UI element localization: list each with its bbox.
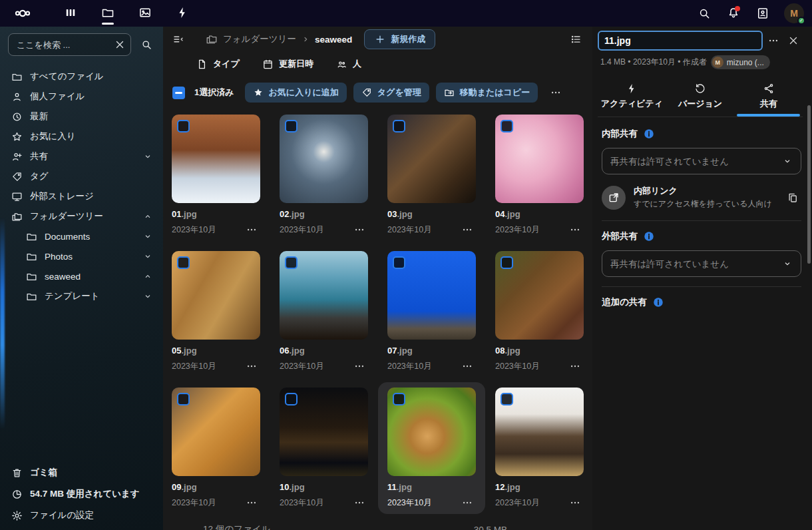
filename-input[interactable] [598,31,763,51]
unified-search-button[interactable]: .f{fill:currentColor;stroke:none} [692,1,716,25]
sidebar-item-folder-documents[interactable]: .f{fill:currentColor;stroke:none} Docume… [3,226,160,246]
chevron-icon[interactable]: .f{fill:currentColor;stroke:none} [140,209,155,224]
file-actions-button[interactable]: .f{fill:currentColor;stroke:none} [351,495,368,510]
file-actions-button[interactable]: .f{fill:currentColor;stroke:none} [243,359,260,374]
nextcloud-logo-icon[interactable] [7,5,39,22]
sidebar-item-folder-tree[interactable]: .f{fill:currentColor;stroke:none} フォルダーツ… [3,206,160,226]
file-thumbnail[interactable] [495,115,584,203]
file-actions-button[interactable]: .f{fill:currentColor;stroke:none} [351,222,368,237]
file-actions-button[interactable]: .f{fill:currentColor;stroke:none} [243,222,260,237]
file-thumbnail[interactable] [387,251,476,340]
file-thumbnail[interactable] [280,251,368,340]
action-move-button[interactable]: .f{fill:currentColor;stroke:none}移動またはコピ… [436,83,538,103]
action-tags-button[interactable]: .f{fill:currentColor;stroke:none}タグを管理 [353,83,429,103]
copy-link-button[interactable]: .f{fill:currentColor;stroke:none} [784,189,801,206]
sidebar-item-tags[interactable]: .f{fill:currentColor;stroke:none} タグ [3,166,160,186]
chevron-icon[interactable]: .f{fill:currentColor;stroke:none} [140,229,155,244]
file-thumbnail[interactable] [495,251,584,340]
file-actions-button[interactable]: .f{fill:currentColor;stroke:none} [566,222,584,237]
filter-people-button[interactable]: .f{fill:currentColor;stroke:none}人 [329,55,368,73]
file-checkbox[interactable] [393,120,405,132]
file-thumbnail[interactable] [172,115,260,203]
info-icon[interactable]: .f{fill:currentColor;stroke:none} [643,230,655,242]
select-all-checkbox[interactable] [172,87,185,99]
file-card-10[interactable]: 10.jpg 2023年10月 .f{fill:currentColor;str… [280,388,368,510]
collapse-sidebar-button[interactable]: .f{fill:currentColor;stroke:none} [167,28,190,51]
file-checkbox[interactable] [501,256,513,269]
file-card-04[interactable]: 04.jpg 2023年10月 .f{fill:currentColor;str… [495,115,584,237]
internal-share-input[interactable] [610,156,777,166]
internal-share-dropdown-button[interactable]: .f{fill:currentColor;stroke:none} [777,150,798,172]
file-thumbnail[interactable] [172,388,260,476]
sidebar-item-folder-templates[interactable]: .f{fill:currentColor;stroke:none} テンプレート… [3,286,160,306]
file-checkbox[interactable] [285,120,298,132]
owner-badge[interactable]: M mizuno (... [711,55,770,69]
scrollbar-thumb[interactable] [807,105,811,264]
chevron-icon[interactable]: .f{fill:currentColor;stroke:none} [140,149,155,164]
search-submit-button[interactable]: .f{fill:currentColor;stroke:none} [135,33,158,56]
tab-sharing[interactable]: .f{fill:currentColor;stroke:none}共有 [734,79,803,117]
file-thumbnail[interactable] [387,388,476,476]
file-checkbox[interactable] [177,120,190,132]
chevron-icon[interactable]: .f{fill:currentColor;stroke:none} [140,249,155,264]
breadcrumb-current[interactable]: seaweed [315,35,352,45]
sidebar-item-trash[interactable]: .f{fill:currentColor;stroke:none} ゴミ箱 [3,462,160,483]
file-thumbnail[interactable] [280,115,368,203]
details-more-button[interactable]: .f{fill:currentColor;stroke:none} [764,31,783,50]
app-photos-button[interactable]: .f{fill:currentColor;stroke:none} [132,0,158,27]
sidebar-item-personal-files[interactable]: .f{fill:currentColor;stroke:none} 個人ファイル [3,87,160,107]
file-thumbnail[interactable] [387,115,476,203]
chevron-icon[interactable]: .f{fill:currentColor;stroke:none} [140,289,155,304]
file-card-09[interactable]: 09.jpg 2023年10月 .f{fill:currentColor;str… [172,388,260,510]
file-actions-button[interactable]: .f{fill:currentColor;stroke:none} [566,495,584,510]
file-card-11[interactable]: 11.jpg 2023年10月 .f{fill:currentColor;str… [387,388,476,510]
file-checkbox[interactable] [177,256,190,269]
file-thumbnail[interactable] [495,388,584,476]
file-actions-button[interactable]: .f{fill:currentColor;stroke:none} [459,495,476,510]
file-card-06[interactable]: 06.jpg 2023年10月 .f{fill:currentColor;str… [280,251,368,374]
app-dashboard-button[interactable]: .f{fill:currentColor;stroke:none} [57,0,84,27]
notifications-button[interactable]: .f{fill:currentColor;stroke:none} [721,1,745,25]
view-toggle-button[interactable]: .f{fill:currentColor;stroke:none} [564,28,587,51]
new-file-button[interactable]: .f{fill:currentColor;stroke:none} 新規作成 [364,29,435,49]
file-checkbox[interactable] [177,393,190,405]
app-activity-button[interactable]: .f{fill:currentColor;stroke:none} [169,0,196,27]
tab-versions[interactable]: .f{fill:currentColor;stroke:none}バージョン [666,79,735,117]
details-close-button[interactable]: .f{fill:currentColor;stroke:none} [784,31,803,50]
file-card-01[interactable]: 01.jpg 2023年10月 .f{fill:currentColor;str… [172,115,260,237]
file-card-12[interactable]: 12.jpg 2023年10月 .f{fill:currentColor;str… [495,388,584,510]
file-actions-button[interactable]: .f{fill:currentColor;stroke:none} [351,359,368,374]
file-checkbox[interactable] [501,120,513,132]
file-thumbnail[interactable] [280,388,368,476]
breadcrumb-root[interactable]: .f{fill:currentColor;stroke:none} フォルダーツ… [206,33,296,45]
contacts-button[interactable]: .f{fill:currentColor;stroke:none} [751,1,775,25]
file-card-07[interactable]: 07.jpg 2023年10月 .f{fill:currentColor;str… [387,251,476,374]
search-clear-button[interactable]: .f{fill:currentColor;stroke:none} [112,37,127,52]
user-avatar[interactable]: M ✓ [784,3,804,23]
info-icon[interactable]: .f{fill:currentColor;stroke:none} [643,128,655,140]
sidebar-item-external-storage[interactable]: .f{fill:currentColor;stroke:none} 外部ストレー… [3,186,160,206]
external-share-input[interactable] [610,259,777,269]
chevron-icon[interactable]: .f{fill:currentColor;stroke:none} [140,269,155,284]
internal-link-row[interactable]: .f{fill:currentColor;stroke:none} 内部リンク … [602,184,801,219]
sidebar-item-settings[interactable]: .f{fill:currentColor;stroke:none} ファイルの設… [3,505,160,526]
sidebar-item-folder-photos[interactable]: .f{fill:currentColor;stroke:none} Photos… [3,246,160,266]
file-checkbox[interactable] [393,256,405,269]
file-actions-button[interactable]: .f{fill:currentColor;stroke:none} [243,495,260,510]
file-thumbnail[interactable] [172,251,260,340]
sidebar-item-quota[interactable]: .f{fill:currentColor;stroke:none} 54.7 M… [3,483,160,505]
sidebar-item-favorites[interactable]: .f{fill:currentColor;stroke:none} お気に入り [3,127,160,146]
file-card-03[interactable]: 03.jpg 2023年10月 .f{fill:currentColor;str… [387,115,476,237]
filter-type-button[interactable]: .f{fill:currentColor;stroke:none}タイプ [190,55,246,73]
external-share-dropdown-button[interactable]: .f{fill:currentColor;stroke:none} [777,253,798,274]
file-card-05[interactable]: 05.jpg 2023年10月 .f{fill:currentColor;str… [172,251,260,374]
sidebar-item-all-files[interactable]: .f{fill:currentColor;stroke:none} すべてのファ… [3,67,160,87]
sidebar-item-shares[interactable]: .f{fill:currentColor;stroke:none} 共有 .f{… [3,146,160,166]
filter-modified-button[interactable]: .f{fill:currentColor;stroke:none}更新日時 [256,55,320,73]
file-actions-button[interactable]: .f{fill:currentColor;stroke:none} [459,359,476,374]
file-actions-button[interactable]: .f{fill:currentColor;stroke:none} [459,222,476,237]
action-favorite-button[interactable]: .f{fill:currentColor;stroke:none}お気に入りに追… [245,83,347,103]
file-checkbox[interactable] [285,393,298,405]
sidebar-item-folder-seaweed[interactable]: .f{fill:currentColor;stroke:none} seawee… [3,266,160,286]
file-card-08[interactable]: 08.jpg 2023年10月 .f{fill:currentColor;str… [495,251,584,374]
